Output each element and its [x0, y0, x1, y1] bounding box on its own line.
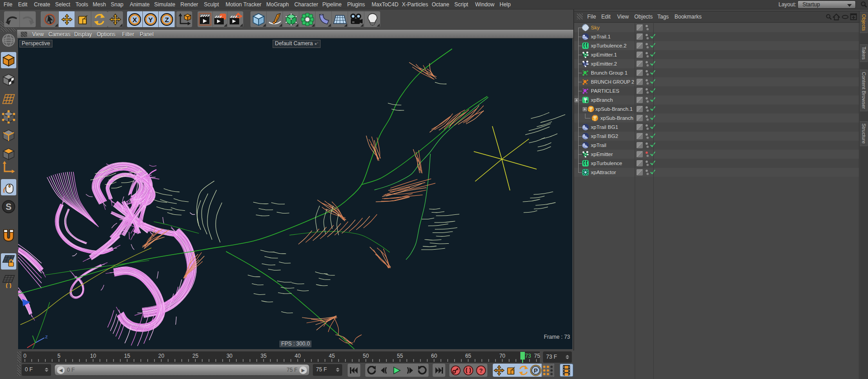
svg-text:X: X	[132, 15, 137, 23]
svg-text:?: ?	[479, 367, 483, 374]
svg-text:Y: Y	[148, 15, 153, 23]
svg-text:Z: Z	[45, 335, 48, 339]
svg-text:P: P	[533, 367, 538, 374]
svg-text:S: S	[6, 202, 12, 212]
svg-text:Z: Z	[165, 15, 169, 23]
svg-text:( ): ( )	[6, 282, 11, 288]
